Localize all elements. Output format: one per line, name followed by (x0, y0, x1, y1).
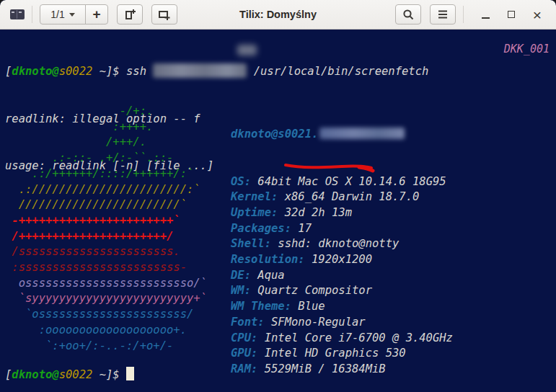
ascii-art-line: .:/++++++/::::/++++++/:` (5, 166, 207, 182)
sysinfo-row: Packages: 17 (231, 221, 453, 237)
sysinfo-label: Resolution: (231, 253, 305, 266)
sysinfo-value: Intel HD Graphics 530 (257, 347, 405, 360)
ascii-art-line: .:///////////////////////:` (5, 182, 207, 198)
prompt-suffix: ~]$ (92, 65, 119, 78)
sysinfo-label: Shell: (231, 237, 271, 250)
search-button[interactable] (395, 4, 421, 24)
ascii-art-line: `ossssssssssssssssssssss/ (5, 307, 207, 323)
sysinfo-value: Quartz Compositor (251, 284, 372, 297)
sysinfo-value: Aqua (251, 269, 285, 282)
maximize-icon (508, 11, 515, 18)
tilix-window: 1/1 + Tilix: Domyślny (0, 0, 556, 392)
sysinfo-label: CPU: (231, 331, 257, 344)
redacted-ip-blur-tail (237, 45, 257, 55)
prompt-hostname: s0022 (59, 368, 93, 381)
sysinfo-row: Uptime: 32d 2h 13m (231, 205, 453, 221)
titlebar-separator (463, 6, 464, 23)
sysinfo-label: Uptime: (231, 206, 278, 219)
terminal-cursor (126, 367, 134, 380)
session-indicator-label: 1/1 (50, 9, 64, 20)
sysinfo-row: Kernel: x86_64 Darwin 18.7.0 (231, 190, 453, 205)
sysinfo-row: Resolution: 1920x1200 (231, 252, 453, 268)
command-line: [dknoto@s0022 ~]$ ssh /usr/local/bin/scr… (5, 63, 428, 80)
sysinfo-host: dknoto@s0021. (231, 128, 318, 141)
prompt-username: dknoto (12, 65, 52, 78)
sysinfo-value: Blue (291, 300, 325, 313)
maximize-button[interactable] (500, 4, 523, 25)
sysinfo-label: Font: (231, 316, 265, 329)
close-button[interactable]: × (526, 4, 549, 25)
ascii-art-line: ////////////////////////` (5, 197, 207, 213)
sysinfo-value: 17 (291, 222, 312, 235)
prompt-bracket: [ (5, 65, 12, 78)
ascii-art-line: `:+oo+/:-..-:/+o+/- (5, 339, 207, 355)
sysinfo-label: Packages: (231, 222, 291, 235)
watermark-label: DKK_001 (504, 42, 550, 58)
prompt-suffix: ~]$ (92, 368, 119, 381)
search-icon (402, 9, 415, 21)
sysinfo-label: RAM: (231, 362, 257, 375)
ascii-art-line: /+++/. (5, 135, 207, 151)
sysinfo-host-line: dknoto@s0021. (231, 127, 453, 143)
sysinfo-value: sshd: dknoto@notty (271, 237, 399, 250)
ascii-art-line: /sssssssssssssssssssssss. (5, 244, 207, 260)
sysinfo-row: Font: SFMono-Regular (231, 315, 453, 331)
hamburger-menu-icon (437, 9, 449, 19)
ascii-art-line: :ssssssssssssssssssssssss- (5, 260, 207, 276)
prompt-at-sign: @ (52, 368, 58, 381)
session-button-group: 1/1 + (40, 4, 108, 24)
add-terminal-down-icon (158, 9, 171, 21)
sysinfo-rows: OS: 64bit Mac OS X 10.14.6 18G95Kernel: … (231, 174, 453, 378)
ascii-art-line: :ooooooooooooooooooo+. (5, 323, 207, 339)
titlebar-separator (32, 6, 32, 23)
sysinfo-value: x86_64 Darwin 18.7.0 (278, 190, 419, 203)
sysinfo-row: CPU: Intel Core i7-6700 @ 3.40GHz (231, 331, 453, 347)
screenfetch-ascii-apple-logo: -/+:. :++++. /+++/. .:-::- .+/:-``.::- .… (5, 104, 207, 354)
prompt-hostname: s0022 (59, 65, 93, 78)
sysinfo-row: DE: Aqua (231, 268, 453, 284)
sysinfo-label: WM Theme: (231, 300, 291, 313)
sysinfo-row: GPU: Intel HD Graphics 530 (231, 346, 453, 362)
redacted-ip-blur (153, 63, 247, 78)
tilix-app-icon (10, 9, 25, 19)
sysinfo-value: 1920x1200 (305, 253, 372, 266)
sysinfo-value: 64bit Mac OS X 10.14.6 18G95 (251, 175, 446, 188)
sysinfo-value: SFMono-Regular (265, 316, 366, 329)
prompt-at-sign: @ (52, 65, 58, 78)
menu-button[interactable] (430, 4, 456, 24)
sysinfo-label: Kernel: (231, 190, 278, 203)
terminal-pane[interactable]: [dknoto@s0022 ~]$ ssh /usr/local/bin/scr… (0, 30, 556, 392)
terminal-bottom-prompt: [dknoto@s0022 ~]$ (5, 367, 134, 383)
ascii-art-line: .:-::- .+/:-``.::- (5, 151, 207, 166)
sysinfo-label: GPU: (231, 347, 257, 360)
titlebar-right-controls: × (395, 4, 549, 25)
sysinfo-row: OS: 64bit Mac OS X 10.14.6 18G95 (231, 174, 453, 190)
sysinfo-row: RAM: 5529MiB / 16384MiB (231, 362, 453, 378)
new-session-button[interactable]: + (85, 4, 108, 24)
screenfetch-sysinfo: dknoto@s0021. OS: 64bit Mac OS X 10.14.6… (231, 96, 453, 392)
ascii-art-line: -/+:. (5, 104, 207, 120)
ascii-art-line: :++++. (5, 120, 207, 135)
prompt-username: dknoto (12, 368, 52, 381)
new-session-label: + (92, 6, 100, 22)
ascii-art-line: /++++++++++++++++++++++/ (5, 229, 207, 245)
prompt-bracket: [ (5, 368, 12, 381)
sysinfo-value: Intel Core i7-6700 @ 3.40GHz (257, 331, 453, 344)
sysinfo-label: OS: (231, 175, 251, 188)
add-terminal-right-button[interactable] (117, 4, 143, 24)
sysinfo-value: 32d 2h 13m (278, 206, 352, 219)
sysinfo-row: Shell: sshd: dknoto@notty (231, 236, 453, 252)
command-path: /usr/local/bin/screenfetch (247, 65, 428, 78)
sysinfo-row: WM Theme: Blue (231, 299, 453, 315)
sysinfo-row: WM: Quartz Compositor (231, 283, 453, 299)
ascii-art-line: osssssssssssssssssssssssso/` (5, 276, 207, 292)
session-indicator-button[interactable]: 1/1 (40, 4, 86, 24)
minimize-icon (482, 17, 490, 19)
close-icon: × (533, 7, 542, 22)
minimize-button[interactable] (474, 4, 497, 25)
ascii-art-line: -+++++++++++++++++++++++` (5, 213, 207, 229)
redacted-domain-blur (319, 128, 405, 139)
sysinfo-label: DE: (231, 269, 251, 282)
add-terminal-right-icon (124, 9, 136, 21)
add-terminal-down-button[interactable] (151, 4, 177, 24)
